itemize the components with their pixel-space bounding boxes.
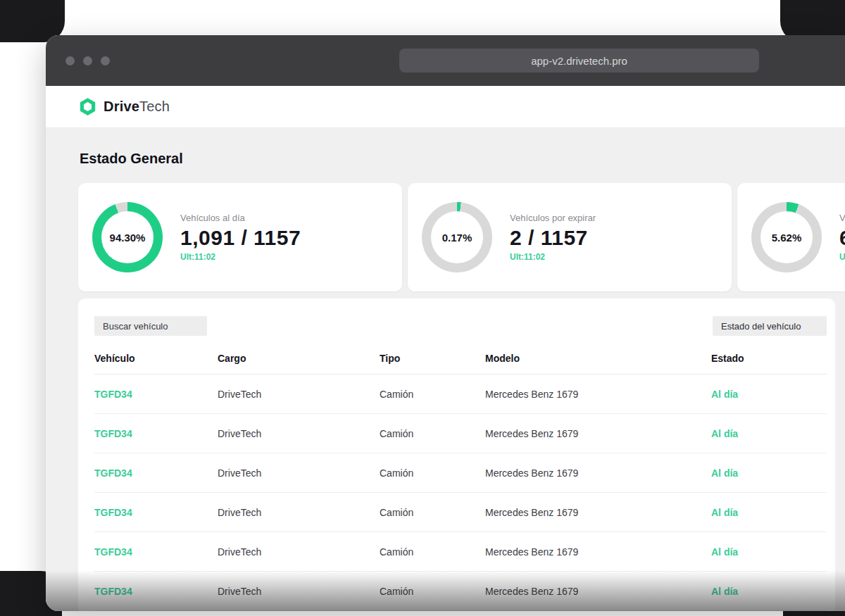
table-row[interactable]: TGFD34 DriveTech Camión Mercedes Benz 16… [94, 532, 827, 572]
vehicle-id-link[interactable]: TGFD34 [94, 532, 218, 572]
window-control-close[interactable] [65, 56, 75, 65]
donut-percent-label: 94.30% [110, 232, 146, 244]
stat-value: 6 [839, 226, 845, 250]
drivetech-logo-icon [78, 97, 97, 116]
vehicle-model: Mercedes Benz 1679 [485, 375, 711, 414]
donut-chart-por-expirar: 0.17% [422, 202, 492, 272]
table-row[interactable]: TGFD34 DriveTech Camión Mercedes Benz 16… [94, 414, 827, 453]
stat-cards-row: 94.30% Vehículos al día 1,091 / 1157 Ult… [78, 183, 845, 291]
stat-label: Vehículos al día [180, 213, 301, 223]
stat-label: V [839, 213, 845, 223]
brand-drive: Drive [104, 99, 139, 114]
vehicle-status-badge: Al día [711, 453, 827, 493]
donut-chart-third: 5.62% [751, 202, 822, 272]
donut-percent-label: 5.62% [772, 232, 802, 244]
vehicle-id-link[interactable]: TGFD34 [94, 414, 218, 453]
stat-card-al-dia: 94.30% Vehículos al día 1,091 / 1157 Ult… [78, 183, 402, 291]
window-control-maximize[interactable] [101, 56, 110, 65]
vehicle-cargo: DriveTech [218, 414, 380, 453]
vehicle-model: Mercedes Benz 1679 [485, 453, 711, 493]
table-header-row: Vehículo Cargo Tipo Modelo Estado [94, 348, 827, 375]
stat-card-por-expirar: 0.17% Vehículos por expirar 2 / 1157 Ult… [408, 183, 732, 291]
table-row[interactable]: TGFD34 DriveTech Camión Mercedes Benz 16… [94, 375, 827, 414]
stat-updated: U [839, 252, 845, 262]
vehicle-status-badge: Al día [711, 493, 827, 532]
window-control-minimize[interactable] [83, 56, 92, 65]
stat-updated: Ult:11:02 [510, 252, 596, 262]
stat-info: Vehículos por expirar 2 / 1157 Ult:11:02 [510, 213, 596, 262]
column-header-vehiculo: Vehículo [94, 348, 218, 375]
vehicle-model: Mercedes Benz 1679 [485, 532, 711, 572]
vehicle-cargo: DriveTech [218, 453, 380, 493]
page-title: Estado General [80, 151, 845, 168]
browser-chrome: app-v2.drivetech.pro [46, 35, 845, 86]
column-header-estado: Estado [711, 348, 827, 375]
vehicle-cargo: DriveTech [218, 493, 380, 532]
vehicles-table: Vehículo Cargo Tipo Modelo Estado TGFD34… [94, 348, 827, 611]
brand-wordmark: DriveTech [104, 99, 170, 115]
table-row[interactable]: TGFD34 DriveTech Camión Mercedes Benz 16… [94, 493, 827, 532]
vehicle-cargo: DriveTech [218, 572, 380, 611]
vehicle-id-link[interactable]: TGFD34 [94, 493, 218, 532]
vehicle-model: Mercedes Benz 1679 [485, 572, 711, 611]
stat-value: 1,091 / 1157 [180, 226, 301, 250]
app-header: DriveTech [46, 86, 845, 128]
window-controls [65, 56, 110, 65]
vehicle-id-link[interactable]: TGFD34 [94, 453, 218, 493]
vehicle-type: Camión [380, 572, 485, 611]
vehicle-cargo: DriveTech [218, 532, 380, 572]
browser-window: app-v2.drivetech.pro DriveTech Estado Ge… [46, 35, 845, 611]
vehicle-status-filter[interactable]: Estado del vehículo [713, 316, 827, 336]
vehicle-model: Mercedes Benz 1679 [485, 414, 711, 453]
vehicles-panel: Estado del vehículo Vehículo Cargo Tipo … [78, 298, 835, 611]
table-row[interactable]: TGFD34 DriveTech Camión Mercedes Benz 16… [94, 572, 827, 611]
search-input[interactable] [94, 316, 207, 336]
vehicle-status-badge: Al día [711, 572, 827, 611]
page-content: Estado General 94.30% Vehículos al día 1… [46, 128, 845, 611]
vehicle-id-link[interactable]: TGFD34 [94, 572, 218, 611]
vehicle-status-badge: Al día [711, 532, 827, 572]
column-header-cargo: Cargo [218, 348, 380, 375]
column-header-modelo: Modelo [485, 348, 711, 375]
donut-percent-label: 0.17% [442, 232, 472, 244]
address-bar-url: app-v2.drivetech.pro [531, 55, 627, 67]
column-header-tipo: Tipo [380, 348, 485, 375]
vehicle-type: Camión [380, 493, 485, 532]
donut-chart-al-dia: 94.30% [92, 202, 163, 272]
table-row[interactable]: TGFD34 DriveTech Camión Mercedes Benz 16… [94, 453, 827, 493]
stat-label: Vehículos por expirar [510, 213, 596, 223]
vehicle-status-badge: Al día [711, 375, 827, 414]
brand-tech: Tech [139, 99, 170, 114]
stat-value: 2 / 1157 [510, 226, 596, 250]
table-body: TGFD34 DriveTech Camión Mercedes Benz 16… [94, 375, 827, 611]
vehicle-id-link[interactable]: TGFD34 [94, 375, 218, 414]
stat-info: V 6 U [839, 213, 845, 262]
stat-updated: Ult:11:02 [180, 252, 301, 262]
vehicle-model: Mercedes Benz 1679 [485, 493, 711, 532]
vehicle-status-filter-label: Estado del vehículo [721, 321, 801, 332]
stat-info: Vehículos al día 1,091 / 1157 Ult:11:02 [180, 213, 301, 262]
vehicle-type: Camión [380, 414, 485, 453]
vehicle-type: Camión [380, 532, 485, 572]
stat-card-third-clipped: 5.62% V 6 U [737, 183, 845, 291]
vehicle-type: Camión [380, 453, 485, 493]
vehicle-cargo: DriveTech [218, 375, 380, 414]
panel-controls: Estado del vehículo [94, 316, 827, 336]
vehicle-type: Camión [380, 375, 485, 414]
address-bar[interactable]: app-v2.drivetech.pro [399, 49, 759, 73]
vehicle-status-badge: Al día [711, 414, 827, 453]
